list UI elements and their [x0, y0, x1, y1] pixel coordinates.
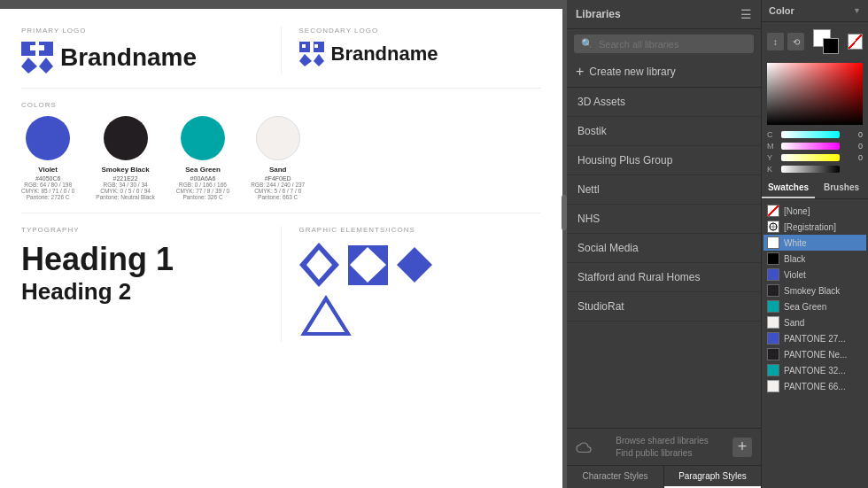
swatch-box-pantone-27 — [767, 332, 779, 345]
swatch-row-none[interactable]: [None] — [763, 203, 866, 219]
svg-marker-18 — [304, 298, 348, 334]
secondary-brand-logo: Brandname — [299, 42, 542, 66]
library-item-stafford[interactable]: Stafford and Rural Homes — [567, 263, 761, 292]
slider-y-label: Y — [767, 153, 778, 162]
swatch-row-sea-green[interactable]: Sea Green — [763, 298, 866, 314]
library-item-studiorat[interactable]: StudioRat — [567, 292, 761, 321]
swatch-label-violet: Violet — [784, 270, 806, 280]
primary-logo-col: PRIMARY LOGO Brandname — [21, 27, 282, 74]
swatch-label-registration: [Registration] — [784, 222, 836, 232]
tab-swatches[interactable]: Swatches — [762, 178, 815, 198]
color-panel-header: Color ▼ — [762, 0, 868, 22]
color-gradient[interactable] — [767, 63, 863, 125]
slider-m-bar[interactable] — [781, 143, 840, 150]
library-item-social-media[interactable]: Social Media — [567, 234, 761, 263]
swatch-box-white — [767, 236, 779, 249]
slider-c-bar[interactable] — [781, 131, 840, 138]
swatch-row-pantone-ne[interactable]: PANTONE Ne... — [763, 346, 866, 362]
hamburger-icon[interactable]: ☰ — [740, 7, 752, 21]
color-tools-row: ↕ ⟲ — [762, 22, 868, 61]
library-item-housing[interactable]: Housing Plus Group — [567, 146, 761, 175]
library-item-nettl[interactable]: Nettl — [567, 175, 761, 205]
graphics-label: GRAPHIC ELEMENTS/ICONS — [299, 226, 542, 234]
swatch-circle-sea-green — [181, 116, 225, 160]
color-tool-2[interactable]: ⟲ — [787, 33, 804, 50]
swatch-row-white[interactable]: White — [763, 235, 866, 251]
secondary-brand-name: Brandname — [331, 43, 438, 66]
swatch-row-violet[interactable]: Violet — [763, 267, 866, 283]
swatch-label-pantone-ne: PANTONE Ne... — [784, 350, 847, 360]
library-item-bostik[interactable]: Bostik — [567, 117, 761, 146]
slider-m-value: 0 — [843, 142, 863, 151]
canvas-area: PRIMARY LOGO Brandname SECONDARY LOGO — [0, 0, 567, 488]
svg-marker-2 — [21, 58, 37, 74]
graphic-shape-4 — [299, 294, 353, 338]
color-panel-title: Color — [769, 5, 794, 16]
library-item-3d-assets[interactable]: 3D Assets — [567, 88, 761, 117]
swatch-row-pantone-66[interactable]: PANTONE 66... — [763, 378, 866, 394]
color-panel: Color ▼ ↕ ⟲ C 0 M 0 Y 0 — [762, 0, 868, 488]
swatch-box-sand — [767, 316, 779, 329]
swatch-circle-sand — [256, 116, 300, 160]
tab-brushes[interactable]: Brushes — [815, 178, 868, 198]
find-public-libraries-link[interactable]: Find public libraries — [616, 448, 709, 458]
slider-k-bar[interactable] — [781, 166, 840, 173]
logo-section: PRIMARY LOGO Brandname SECONDARY LOGO — [21, 27, 541, 89]
swatch-violet: Violet #4050C6 RGB: 64 / 80 / 198 CMYK: … — [21, 116, 74, 200]
swatch-box-smokey-black — [767, 284, 779, 297]
slider-m-label: M — [767, 142, 778, 151]
tab-paragraph-styles[interactable]: Paragraph Styles — [664, 466, 761, 488]
swatch-circle-violet — [26, 116, 70, 160]
search-icon: 🔍 — [581, 38, 593, 50]
libraries-header: Libraries ☰ — [567, 0, 761, 29]
slider-y-bar[interactable] — [781, 154, 840, 161]
swatch-box-sea-green — [767, 300, 779, 313]
secondary-logo-label: SECONDARY LOGO — [299, 27, 542, 35]
swatch-label-none: [None] — [784, 206, 810, 216]
browse-shared-libraries-link[interactable]: Browse shared libraries — [616, 436, 709, 445]
tab-character-styles[interactable]: Character Styles — [567, 466, 664, 488]
swatch-label-smokey-black: Smokey Black — [784, 286, 840, 296]
swatch-sea-green: Sea Green #00A6A6 RGB: 0 / 166 / 166 CMY… — [176, 116, 229, 200]
search-input[interactable] — [599, 39, 747, 50]
typography-label: TYPOGRAPHY — [21, 226, 263, 234]
swatch-label-black: Black — [784, 254, 805, 264]
slider-y: Y 0 — [767, 153, 863, 162]
swatch-row-black[interactable]: Black — [763, 251, 866, 267]
primary-brand-name: Brandname — [60, 43, 197, 72]
typography-section: TYPOGRAPHY Heading 1 Heading 2 — [21, 226, 282, 342]
svg-rect-10 — [302, 44, 306, 48]
graphics-section: GRAPHIC ELEMENTS/ICONS — [282, 226, 542, 342]
swatch-row-pantone-27[interactable]: PANTONE 27... — [763, 330, 866, 346]
swatch-row-smokey-black[interactable]: Smokey Black — [763, 283, 866, 298]
library-item-nhs[interactable]: NHS — [567, 205, 761, 234]
slider-m: M 0 — [767, 142, 863, 151]
fg-bg-swatch[interactable] — [813, 29, 839, 54]
svg-rect-11 — [314, 44, 318, 48]
create-library-label: Create new library — [589, 66, 675, 78]
cloud-icon — [576, 441, 592, 453]
footer-add-button[interactable]: + — [732, 438, 752, 457]
search-bar: 🔍 — [567, 29, 761, 58]
bottom-tabs: Character Styles Paragraph Styles — [567, 465, 761, 488]
color-panel-icon: ▼ — [853, 6, 861, 15]
swatch-row-sand[interactable]: Sand — [763, 314, 866, 330]
slider-c-value: 0 — [843, 130, 863, 139]
swatch-label-sand: Sand — [784, 318, 804, 328]
swatch-label-pantone-32: PANTONE 32... — [784, 366, 846, 376]
footer-links: Browse shared libraries Find public libr… — [616, 436, 709, 458]
logo-icon-small — [299, 42, 324, 66]
color-tool-1[interactable]: ↕ — [767, 33, 784, 50]
none-swatch-small[interactable] — [848, 34, 863, 50]
swatch-row-pantone-32[interactable]: PANTONE 32... — [763, 362, 866, 378]
slider-y-value: 0 — [843, 153, 863, 162]
swatch-box-registration — [767, 221, 779, 233]
swatch-row-registration[interactable]: [Registration] — [763, 219, 866, 235]
background-swatch[interactable] — [823, 38, 839, 54]
heading-1-preview: Heading 1 — [21, 241, 263, 278]
create-library-button[interactable]: + Create new library — [567, 58, 761, 88]
swatch-smokey-black: Smokey Black #221E22 RGB: 34 / 30 / 34 C… — [96, 116, 154, 200]
slider-k-label: K — [767, 165, 778, 174]
colors-section: COLORS Violet #4050C6 RGB: 64 / 80 / 198… — [21, 101, 541, 213]
swatch-box-pantone-66 — [767, 380, 779, 392]
